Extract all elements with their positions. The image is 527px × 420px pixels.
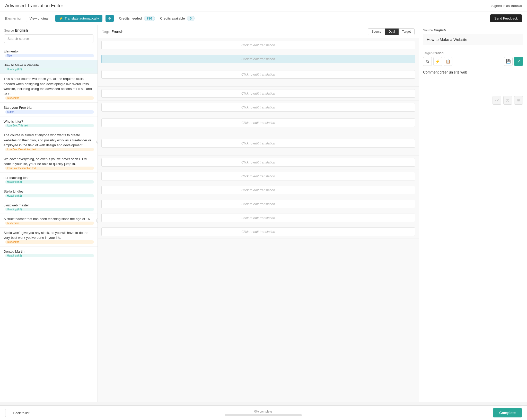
right-panel: Source English How to Make a Website Tar… <box>419 25 527 402</box>
source-text: Donald Martin <box>4 249 94 254</box>
translation-panel: Target French Source Dual Target Click t… <box>98 25 419 402</box>
source-label: Source <box>4 29 14 32</box>
source-text: Elementor <box>4 49 94 54</box>
view-dual-btn[interactable]: Dual <box>385 29 399 35</box>
click-to-edit[interactable]: Click to edit translation <box>101 227 415 236</box>
click-to-edit[interactable]: Click to edit translation <box>101 186 415 194</box>
click-to-edit[interactable]: Click to edit translation <box>101 200 415 208</box>
source-badge: Icon Box: Title text <box>5 124 94 127</box>
source-row: Stella won't give you any slack, so you … <box>0 228 98 246</box>
auto-translate-button[interactable]: ⚡ <box>433 57 442 66</box>
bottom-action-btn-1[interactable]: ✓✓ <box>493 96 501 105</box>
translation-cell-row: Click to edit translation <box>98 52 419 66</box>
source-badge: Heading (h2) <box>5 254 94 257</box>
click-to-edit[interactable]: Click to edit translation <box>101 89 415 98</box>
search-input[interactable] <box>4 34 93 43</box>
source-badge: Icon Box: Description text <box>5 148 94 151</box>
source-badge: Button <box>5 110 94 114</box>
link-icon[interactable]: 🔗 <box>96 218 98 223</box>
view-source-btn[interactable]: Source <box>368 29 385 35</box>
view-toggle: Source Dual Target <box>368 28 415 35</box>
source-badge: Heading (h2) <box>5 68 94 71</box>
click-to-edit[interactable]: Click to edit translation <box>101 158 415 167</box>
source-badge: Title <box>5 54 94 57</box>
right-toolbar: ⧉ ⚡ 📋 💾 ✓ <box>423 57 523 66</box>
credits-available-section: Credits available 0 <box>160 16 194 21</box>
toolbar-brand: Elementor <box>5 16 22 21</box>
view-original-button[interactable]: View original <box>26 15 52 22</box>
translation-cell-row: Click to edit translation <box>98 101 419 114</box>
right-target-section: Target French ⧉ ⚡ 📋 💾 <box>419 48 527 402</box>
right-bottom-actions: ✓✓ 文 ⊞ <box>423 93 523 105</box>
click-to-edit[interactable]: Click to edit translation <box>101 172 415 180</box>
copy-icon: ⧉ <box>426 59 429 64</box>
source-row: Donald Martin Heading (h2) <box>0 246 98 260</box>
right-source-section: Source English How to Make a Website <box>419 25 527 48</box>
click-to-edit[interactable]: Click to edit translation <box>101 70 415 79</box>
click-to-edit[interactable]: Click to edit translation <box>101 103 415 112</box>
source-badge: Text editor <box>5 96 94 100</box>
source-row: How to Make a Website Heading (h2) <box>0 60 98 74</box>
view-target-btn[interactable]: Target <box>399 29 414 35</box>
clipboard-icon: 📋 <box>446 59 451 64</box>
source-text: Who is it for? <box>4 119 94 124</box>
history-button[interactable]: 📋 <box>444 57 452 66</box>
source-row: ui/ux web master Heading (h2) <box>0 200 98 214</box>
lightning-icon: ⚡ <box>435 59 440 64</box>
right-target-lang: French <box>433 51 444 55</box>
source-row: A strict teacher that has been teaching … <box>0 214 98 228</box>
source-row: Start your Free trial Button <box>0 103 98 116</box>
link-icon[interactable]: 🔗 <box>96 140 98 144</box>
right-source-lang: English <box>434 28 446 32</box>
right-source-text: How to Make a Website <box>423 34 523 45</box>
click-to-edit[interactable]: Click to edit translation <box>101 139 415 148</box>
gear-button[interactable]: ⚙ <box>106 15 114 22</box>
translate-auto-button[interactable]: ⚡ Translate automatically <box>55 15 102 22</box>
save-button[interactable]: 💾 <box>504 57 513 66</box>
source-row: Stella Lindley Heading (h2) <box>0 186 98 200</box>
confirm-button[interactable]: ✓ <box>514 57 523 66</box>
source-panel: Source English Elementor TitleHow to Mak… <box>0 25 98 402</box>
translation-cell-row: Click to edit translation <box>98 38 419 52</box>
send-feedback-button[interactable]: Send Feedback <box>490 14 522 22</box>
target-label: Target <box>102 30 110 34</box>
main-layout: Source English Elementor TitleHow to Mak… <box>0 25 527 402</box>
save-icon: 💾 <box>506 59 511 64</box>
credits-needed-section: Credits needed 786 <box>119 16 155 21</box>
copy-button[interactable]: ⧉ <box>423 57 432 66</box>
source-lang: English <box>15 28 28 32</box>
click-to-edit[interactable]: Click to edit translation <box>101 41 415 49</box>
credits-available-value: 0 <box>187 16 194 21</box>
translation-cell-row: Click to edit translation <box>98 87 419 101</box>
credits-needed-value: 786 <box>144 16 155 21</box>
source-row: Elementor Title <box>0 46 98 60</box>
bottom-action-btn-3[interactable]: ⊞ <box>514 96 523 105</box>
translation-cells: Click to edit translationClick to edit t… <box>98 38 419 402</box>
bottom-action-btn-2[interactable]: 文 <box>503 96 512 105</box>
signed-in-label: Signed in as thibaut <box>491 4 522 8</box>
click-to-edit[interactable]: Click to edit translation <box>101 118 415 127</box>
source-text: our teaching team <box>4 175 94 180</box>
source-text: We cover everything, so even if you've n… <box>4 157 94 167</box>
translation-cell-row: Click to edit translation <box>98 169 419 183</box>
translation-cell-row: Click to edit translation <box>98 225 419 239</box>
checkmark-icon: ✓ <box>517 59 520 64</box>
right-translation-text[interactable]: Comment créer un site web <box>423 68 523 89</box>
source-text: The course is aimed at anyone who wants … <box>4 133 94 148</box>
source-badge: Heading (h2) <box>5 194 94 197</box>
gear-icon: ⚙ <box>108 16 111 20</box>
source-text: How to Make a Website <box>4 63 94 68</box>
source-badge: Heading (h3) <box>5 180 94 184</box>
source-row: our teaching team Heading (h3) <box>0 173 98 187</box>
click-to-edit[interactable]: Click to edit translation <box>101 214 415 222</box>
username: thibaut <box>511 4 522 8</box>
translation-cell-row: Click to edit translation <box>98 66 419 87</box>
source-text: Stella Lindley <box>4 189 94 194</box>
translation-cell-row: Click to edit translation <box>98 114 419 135</box>
translate-icon: 文 <box>506 98 509 103</box>
source-text: ui/ux web master <box>4 203 94 208</box>
click-to-edit[interactable]: Click to edit translation <box>101 55 415 63</box>
translation-cell-row: Click to edit translation <box>98 197 419 211</box>
right-source-label: Source <box>423 29 433 32</box>
source-row: Who is it for? Icon Box: Title text <box>0 116 98 130</box>
